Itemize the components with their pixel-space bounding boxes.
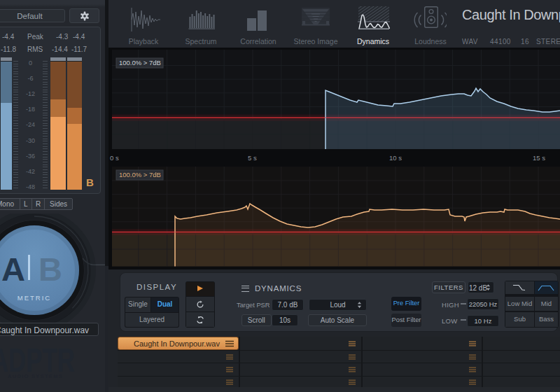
svg-text:5 s: 5 s bbox=[248, 154, 257, 162]
svg-text:15 s: 15 s bbox=[533, 154, 545, 162]
svg-text:100.0% > 7dB: 100.0% > 7dB bbox=[119, 171, 161, 178]
svg-text:0 s: 0 s bbox=[110, 154, 119, 162]
svg-text:100.0% > 7dB: 100.0% > 7dB bbox=[119, 59, 161, 66]
svg-text:10 s: 10 s bbox=[389, 154, 402, 162]
